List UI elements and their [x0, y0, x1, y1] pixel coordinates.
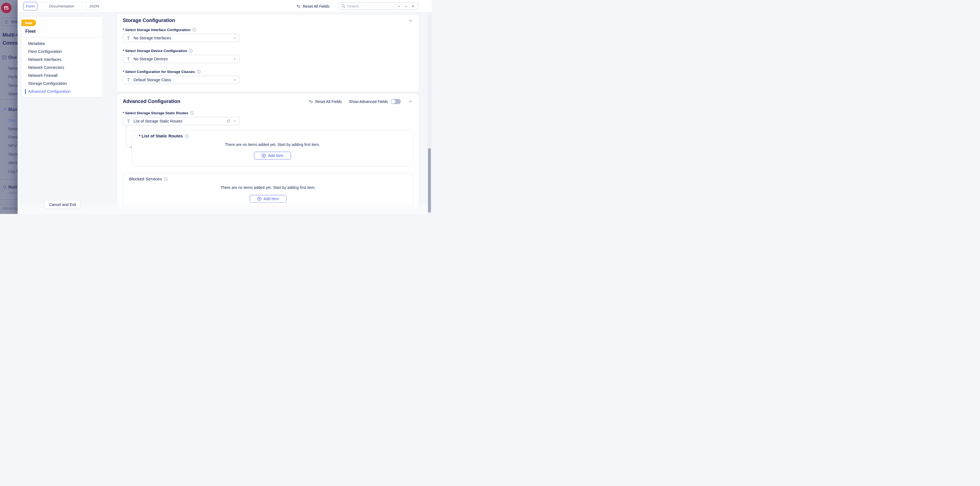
fleet-nav-network-firewall[interactable]: Network Firewall — [21, 72, 102, 80]
oneof-branch-icon — [126, 36, 131, 40]
sidebar-item-networking: Netw — [8, 126, 18, 131]
storage-device-field-label: * Select Storage Device Configuration — [123, 49, 193, 53]
fleet-form-panel: Form Documentation JSON Reset All Fields — [18, 0, 432, 214]
storage-interface-value: No Storage Interfaces — [134, 36, 231, 40]
show-advanced-fields-label: Show Advanced Fields — [349, 99, 388, 104]
tab-form[interactable]: Form — [23, 2, 37, 10]
search-close-icon[interactable] — [410, 5, 416, 8]
plus-circle-icon — [257, 197, 261, 201]
tile-grid-icon — [2, 55, 6, 60]
storage-device-dropdown[interactable]: No Storage Devices — [123, 55, 240, 63]
panel-scrollbar[interactable] — [427, 13, 432, 214]
sidebar-item-secrets: Secre — [8, 152, 18, 156]
chevron-down-icon — [233, 78, 237, 81]
sidebar-divider — [0, 99, 18, 100]
sidebar-section-manage: Man — [8, 107, 18, 112]
new-badge: New — [21, 19, 36, 26]
search-icon — [341, 4, 345, 8]
sidebar-item-logs: Log N — [8, 169, 18, 174]
collapse-section-icon[interactable] — [409, 19, 413, 23]
sidebar-notifications-subtext: Alerts — [8, 191, 17, 195]
blocked-services-empty-text: There are no items added yet. Start by a… — [123, 185, 413, 190]
view-tabs: Form Documentation JSON — [23, 2, 102, 10]
fleet-nav-card: New Fleet Metadata Fleet Configuration N… — [21, 17, 102, 97]
static-routes-empty-text: There are no items added yet. Start by a… — [132, 142, 413, 147]
fleet-nav-fleet-configuration[interactable]: Fleet Configuration — [21, 48, 102, 56]
chevron-down-icon — [233, 37, 237, 40]
app-title-line1: Multi-C — [3, 32, 18, 38]
search-divider — [394, 4, 395, 8]
box-title-text: * List of Static Routes — [139, 134, 183, 139]
static-routes-add-item-button[interactable]: Add Item — [254, 152, 291, 159]
oneof-branch-icon — [126, 78, 131, 82]
advanced-section-title: Advanced Configuration — [123, 99, 180, 104]
info-icon[interactable] — [164, 177, 168, 181]
chevron-down-icon — [233, 120, 237, 123]
scrollbar-thumb[interactable] — [428, 148, 431, 213]
search-input[interactable] — [347, 4, 393, 8]
search-next-icon[interactable] — [403, 5, 409, 8]
sidebar-divider — [0, 204, 18, 204]
static-routes-box-title: * List of Static Routes — [139, 134, 189, 139]
field-label-text: * Select Storage Interface Configuration — [123, 28, 191, 32]
info-icon[interactable] — [192, 28, 196, 32]
panel-topbar: Form Documentation JSON Reset All Fields — [18, 0, 432, 13]
add-item-label: Add Item — [263, 197, 279, 201]
info-icon[interactable] — [185, 134, 189, 138]
field-label-text: * Select Storage Storage Static Routes — [123, 111, 188, 115]
blocked-services-add-item-button[interactable]: Add Item — [250, 195, 286, 203]
refresh-icon[interactable] — [227, 119, 231, 123]
reset-all-fields-button[interactable]: Reset All Fields — [296, 0, 329, 13]
field-label-text: * Select Configuration for Storage Class… — [123, 70, 195, 74]
chevron-down-icon — [233, 57, 237, 61]
search-prev-icon[interactable] — [396, 5, 402, 8]
fleet-nav-advanced-label: Advanced Configuration — [28, 89, 71, 94]
fleet-nav-network-interfaces[interactable]: Network Interfaces — [21, 56, 102, 64]
form-search — [339, 3, 418, 10]
storage-interface-dropdown[interactable]: No Storage Interfaces — [123, 34, 240, 42]
blocked-services-box-title: Blocked Services — [129, 177, 168, 182]
storage-class-value: Default Storage Class — [134, 78, 231, 82]
sidebar-divider — [0, 199, 18, 200]
collapse-section-icon[interactable] — [409, 99, 413, 104]
advanced-reset-label: Reset All Fields — [315, 99, 342, 104]
sidebar-item-site: Site — [8, 118, 16, 123]
info-icon[interactable] — [190, 111, 194, 115]
fleet-object-title: Fleet — [25, 29, 35, 34]
box-title-text: Blocked Services — [129, 177, 162, 182]
sidebar-item-performance: Perfo — [8, 74, 18, 79]
tab-documentation[interactable]: Documentation — [37, 2, 86, 10]
storage-device-value: No Storage Devices — [134, 57, 231, 61]
storage-class-field-label: * Select Configuration for Storage Class… — [123, 70, 201, 74]
sidebar-advanced-toggle: Advanced — [2, 206, 18, 210]
f5-logo: f5 — [1, 3, 11, 13]
static-routes-value: List of Storage Static Routes — [134, 119, 224, 123]
reset-icon — [309, 99, 313, 104]
fleet-nav-metadata[interactable]: Metadata — [21, 40, 102, 48]
info-icon[interactable] — [197, 70, 201, 74]
info-icon[interactable] — [189, 49, 193, 53]
advanced-configuration-section: Advanced Configuration Reset All Fields … — [117, 94, 419, 210]
advanced-reset-all-fields-button[interactable]: Reset All Fields — [309, 99, 342, 104]
tab-json[interactable]: JSON — [86, 2, 102, 10]
storage-interface-field-label: * Select Storage Interface Configuration — [123, 28, 196, 32]
sidebar-item-network: Netw — [8, 66, 18, 70]
plus-circle-icon — [261, 153, 266, 158]
fleet-nav-storage-configuration[interactable]: Storage Configuration — [21, 80, 102, 88]
storage-class-dropdown[interactable]: Default Storage Class — [123, 76, 240, 84]
sidebar-item-security: Secu — [8, 83, 18, 88]
storage-configuration-section: Storage Configuration * Select Storage I… — [117, 14, 419, 92]
show-advanced-fields-toggle[interactable] — [391, 99, 401, 104]
advanced-section-actions: Reset All Fields Show Advanced Fields — [309, 99, 413, 104]
cancel-and-exit-button[interactable]: Cancel and Exit — [45, 200, 80, 209]
static-routes-dropdown[interactable]: List of Storage Static Routes — [123, 117, 240, 125]
sidebar-section-notifications: Noti — [8, 185, 17, 190]
oneof-branch-icon — [126, 57, 131, 61]
storage-section-title: Storage Configuration — [123, 18, 175, 23]
dimmed-app-sidebar: f5 Sele Multi-C Conne Ove Netw Perfo Sec… — [0, 0, 18, 214]
fleet-nav-network-connectors[interactable]: Network Connectors — [21, 64, 102, 72]
fleet-nav-advanced-configuration[interactable]: Advanced Configuration — [21, 88, 102, 96]
workspace-select-button: Sele — [2, 18, 18, 26]
static-routes-field-label: * Select Storage Storage Static Routes — [123, 111, 194, 115]
active-indicator-bar — [25, 89, 26, 94]
